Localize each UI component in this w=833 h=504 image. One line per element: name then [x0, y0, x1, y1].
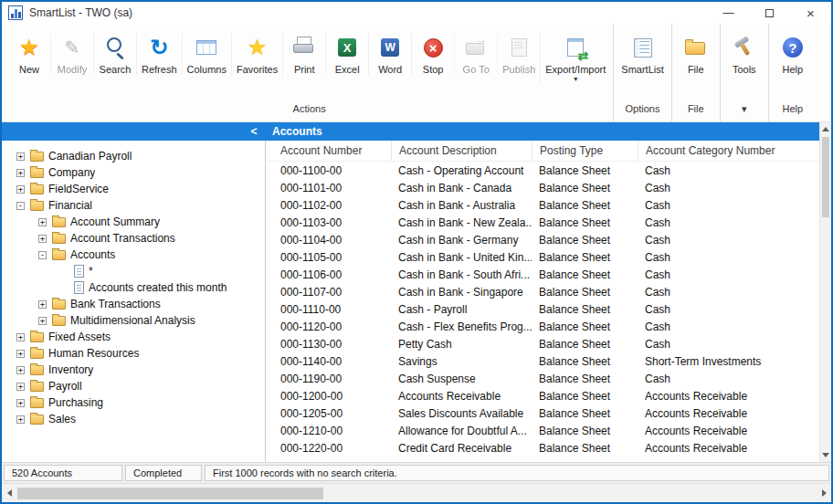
tree-item[interactable]: *	[2, 263, 265, 279]
tree-toggle-icon[interactable]: +	[16, 169, 25, 177]
tree-item[interactable]: Accounts created this month	[2, 279, 265, 296]
tree-toggle-icon[interactable]: +	[16, 185, 25, 194]
table-row[interactable]: 000-1107-00 Cash in Bank - Singapore Bal…	[267, 283, 819, 300]
tree-item[interactable]: + Multidimensional Analysis	[2, 312, 265, 329]
file-icon	[682, 34, 710, 61]
column-header-account-description[interactable]: Account Description	[391, 141, 532, 161]
table-row[interactable]: 000-1200-00 Accounts Receivable Balance …	[267, 387, 819, 404]
table-row[interactable]: 000-1101-00 Cash in Bank - Canada Balanc…	[267, 179, 819, 196]
table-row[interactable]: 000-1220-00 Credit Card Receivable Balan…	[267, 439, 819, 457]
tree-item[interactable]: + Human Resources	[2, 345, 265, 362]
tree-item[interactable]: + Payroll	[2, 378, 265, 394]
cell-account-category: Accounts Receivable	[638, 407, 819, 420]
tree-toggle-icon[interactable]: +	[38, 218, 47, 226]
toolbar-button[interactable]: Stop ▾	[411, 33, 454, 76]
toolbar-button[interactable]: Help ▾	[772, 33, 814, 76]
tree-item[interactable]: - Financial	[2, 197, 265, 214]
tree-item[interactable]: + FieldService	[2, 181, 265, 197]
horizontal-scrollbar[interactable]	[2, 483, 831, 502]
tree-item-label: Payroll	[48, 380, 82, 393]
tree-item[interactable]: + Account Transactions	[2, 230, 265, 247]
tree-toggle-icon[interactable]: +	[16, 415, 25, 424]
folder-icon	[30, 152, 44, 162]
toolbar-button-label: Help	[782, 64, 803, 75]
tree-item[interactable]: - Accounts	[2, 247, 265, 263]
tree-toggle-icon[interactable]: -	[16, 202, 25, 210]
table-row[interactable]: 000-1106-00 Cash in Bank - South Afri...…	[267, 266, 819, 283]
column-header-account-number[interactable]: Account Number	[267, 141, 391, 161]
cell-account-category: Cash	[638, 216, 819, 229]
tree-toggle-icon[interactable]: -	[38, 251, 47, 259]
maximize-button[interactable]	[749, 2, 790, 24]
column-header-account-category[interactable]: Account Category Number	[638, 141, 819, 161]
tree-toggle-icon[interactable]: +	[16, 366, 25, 374]
toolbar-button[interactable]: Favorites ▾	[231, 33, 282, 76]
toolbar-button[interactable]: Export/Import ▾	[540, 33, 610, 85]
scroll-up-button[interactable]	[820, 122, 831, 136]
toolbar-button[interactable]: SmartList ▾	[617, 33, 668, 76]
vertical-scrollbar-thumb[interactable]	[822, 137, 829, 217]
scroll-left-button[interactable]	[2, 484, 16, 502]
vertical-scrollbar[interactable]	[819, 122, 831, 462]
toolbar-button[interactable]: New ▾	[8, 33, 50, 76]
minimize-button[interactable]: —	[708, 2, 749, 24]
horizontal-scrollbar-thumb[interactable]	[17, 488, 323, 499]
close-button[interactable]: ×	[790, 2, 831, 24]
table-row[interactable]: 000-1104-00 Cash in Bank - Germany Balan…	[267, 231, 819, 248]
toolbar-button[interactable]: Search ▾	[93, 33, 136, 76]
toolbar-group-caption[interactable]: ▾	[721, 103, 768, 121]
tree-toggle-icon[interactable]: +	[38, 235, 47, 243]
tree-toggle-icon[interactable]: +	[38, 317, 47, 325]
toolbar-button[interactable]: Refresh ▾	[136, 33, 182, 76]
tree-toggle-icon[interactable]: +	[16, 152, 25, 161]
table-row[interactable]: 000-1120-00 Cash - Flex Benefits Prog...…	[267, 318, 819, 335]
toolbar-button[interactable]: Publish ▾	[497, 33, 540, 76]
collapse-tree-chevron-icon[interactable]: <	[247, 122, 261, 141]
toolbar-button[interactable]: Excel ▾	[325, 33, 368, 76]
table-row[interactable]: 000-1110-00 Cash - Payroll Balance Sheet…	[267, 300, 819, 318]
tree-item-label: Sales	[48, 413, 76, 425]
cell-account-description: Cash - Flex Benefits Prog...	[391, 320, 532, 333]
cell-account-category: Cash	[638, 286, 819, 299]
table-row[interactable]: 000-1102-00 Cash in Bank - Australia Bal…	[267, 196, 819, 214]
toolbar-button[interactable]: Tools ▾	[723, 33, 765, 76]
tree-item[interactable]: + Fixed Assets	[2, 329, 265, 345]
tree-item[interactable]: + Bank Transactions	[2, 296, 265, 312]
tree-item[interactable]: + Purchasing	[2, 394, 265, 411]
modify-icon	[58, 34, 86, 61]
tree-toggle-icon[interactable]: +	[16, 399, 25, 407]
toolbar-button[interactable]: File ▾	[675, 33, 717, 76]
cell-posting-type: Balance Sheet	[532, 390, 638, 403]
toolbar-button[interactable]: Word ▾	[368, 33, 411, 76]
toolbar-button[interactable]: Print ▾	[282, 33, 325, 76]
scroll-down-button[interactable]	[820, 448, 831, 462]
tree-item[interactable]: + Canadian Payroll	[2, 148, 265, 164]
cell-account-category: Cash	[638, 338, 819, 351]
tree-item[interactable]: + Company	[2, 164, 265, 181]
tree-item[interactable]: + Inventory	[2, 362, 265, 378]
column-header-posting-type[interactable]: Posting Type	[532, 141, 638, 161]
table-row[interactable]: 000-1190-00 Cash Suspense Balance Sheet …	[267, 370, 819, 387]
folder-icon	[30, 332, 44, 342]
table-row[interactable]: 000-1210-00 Allowance for Doubtful A... …	[267, 422, 819, 439]
tree-toggle-icon[interactable]: +	[16, 350, 25, 358]
table-row[interactable]: 000-1105-00 Cash in Bank - United Kin...…	[267, 248, 819, 266]
toolbar-button[interactable]: Go To ▾	[454, 33, 497, 76]
tree-toggle-icon[interactable]: +	[38, 300, 47, 309]
tree-item[interactable]: + Account Summary	[2, 214, 265, 230]
tree-item-label: Multidimensional Analysis	[70, 314, 195, 327]
tree-toggle-icon[interactable]: +	[16, 383, 25, 391]
table-row[interactable]: 000-1205-00 Sales Discounts Available Ba…	[267, 404, 819, 422]
table-row[interactable]: 000-1100-00 Cash - Operating Account Bal…	[267, 162, 819, 179]
tree-toggle-icon[interactable]: +	[16, 333, 25, 341]
toolbar-button[interactable]: Modify ▾	[50, 33, 93, 76]
table-row[interactable]: 000-1140-00 Savings Balance Sheet Short-…	[267, 352, 819, 370]
tree-item-label: Purchasing	[48, 396, 103, 409]
table-row[interactable]: 000-1130-00 Petty Cash Balance Sheet Cas…	[267, 335, 819, 352]
toolbar-button[interactable]: Columns ▾	[182, 33, 231, 76]
folder-icon	[52, 217, 66, 227]
table-row[interactable]: 000-1103-00 Cash in Bank - New Zeala... …	[267, 214, 819, 231]
scroll-right-button[interactable]	[817, 484, 831, 502]
tree-item[interactable]: + Sales	[2, 411, 265, 427]
tree-item-label: Human Resources	[48, 347, 139, 360]
